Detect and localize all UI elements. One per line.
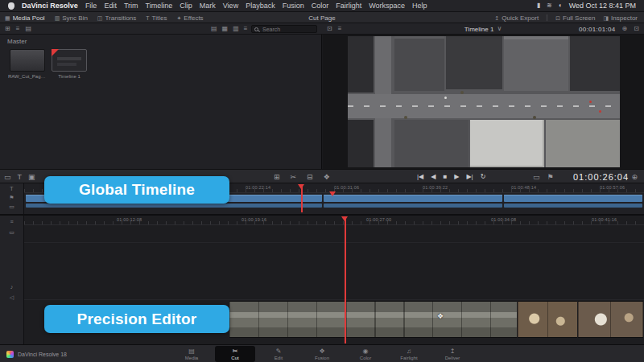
thumbnail-view-icon[interactable]: ▤ (25, 26, 31, 32)
clip-tools-overlay-icon[interactable]: ❖ (437, 312, 444, 320)
track-flag-icon[interactable]: ⚑ (9, 195, 14, 200)
menu-clip[interactable]: Clip (180, 2, 192, 10)
page-tab-edit[interactable]: ✎ Edit (258, 346, 299, 362)
menu-trim[interactable]: Trim (124, 2, 138, 10)
search-input[interactable] (261, 26, 314, 33)
menu-clock[interactable]: Wed Oct 12 8:41 PM (569, 2, 636, 10)
lower-list-icon[interactable]: ≡ (10, 219, 13, 224)
global-playhead-handle[interactable] (298, 184, 304, 189)
overlay-tools-icon[interactable]: ❖ (324, 174, 330, 181)
camera-icon[interactable]: ▣ (28, 174, 35, 181)
quick-export-icon: ↥ (494, 15, 499, 21)
audio-clip-segment[interactable] (504, 204, 642, 208)
full-screen-icon: ⊡ (555, 15, 560, 21)
viewer-video[interactable] (348, 36, 620, 167)
page-tab-cut[interactable]: ✂ Cut (215, 346, 255, 362)
audio-clip-segment[interactable] (324, 204, 502, 208)
precision-playhead[interactable] (345, 216, 346, 343)
filmstrip-clip-coffee-2[interactable] (578, 301, 643, 338)
step-back-button[interactable]: ◀ (431, 174, 436, 180)
precision-playhead-handle[interactable] (341, 216, 348, 221)
transitions-button[interactable]: ◫ Transitions (97, 14, 136, 22)
fusion-page-icon: ❖ (319, 348, 324, 355)
timeline-marker[interactable] (329, 191, 336, 196)
razor-icon[interactable]: ✂ (291, 174, 297, 181)
timeline-clip-segment[interactable] (324, 195, 502, 202)
clip-thumbnail[interactable] (10, 49, 45, 72)
viewer-zoom-icon[interactable]: ⊕ (622, 26, 628, 32)
menu-timeline[interactable]: Timeline (146, 2, 173, 10)
menu-help[interactable]: Help (412, 2, 427, 10)
menu-playback[interactable]: Playback (246, 2, 275, 10)
loop-button[interactable]: ↻ (481, 174, 486, 180)
play-button[interactable]: ▶ (454, 174, 459, 180)
control-center-icon[interactable]: ◐ (559, 2, 563, 9)
grid-view-icon[interactable]: ▦ (222, 26, 229, 32)
audio-clip-segment[interactable] (26, 204, 322, 208)
media-clip-card[interactable]: RAW_Cut_Page_Sh... (8, 49, 47, 79)
media-pool-button[interactable]: ▦ Media Pool (5, 14, 45, 22)
page-tab-deliver[interactable]: ↥ Deliver (432, 346, 473, 362)
audio-track-icon[interactable]: ♪ (10, 284, 14, 290)
ruler-tick: 01:00:57:06 (600, 185, 625, 190)
menu-app-name[interactable]: DaVinci Resolve (22, 2, 78, 10)
wifi-icon[interactable]: ≋ (547, 2, 552, 9)
full-screen-button[interactable]: ⊡ Full Screen (555, 14, 595, 22)
battery-icon[interactable]: ▮ (537, 2, 540, 9)
media-page-label: Media (185, 356, 198, 360)
page-tab-media[interactable]: ▤ Media (171, 346, 212, 362)
trim-icon[interactable]: ⊟ (307, 174, 313, 181)
sort-icon[interactable]: ≡ (244, 26, 248, 32)
timeline-clip-card[interactable]: Timeline 1 (50, 49, 89, 79)
snap-icon[interactable]: ▭ (533, 174, 540, 181)
timeline-clip-segment[interactable] (504, 195, 642, 202)
menu-view[interactable]: View (223, 2, 238, 10)
timeline-thumbnail[interactable] (52, 49, 87, 72)
marker-icon[interactable]: ⚑ (547, 174, 554, 181)
track-tool-icon[interactable]: ▭ (4, 174, 11, 181)
titles-button[interactable]: T Titles (146, 14, 167, 22)
page-tab-fairlight[interactable]: ♫ Fairlight (389, 346, 429, 362)
track-video-icon[interactable]: ▭ (9, 204, 14, 209)
sync-bin-label: Sync Bin (62, 14, 88, 22)
viewer-panel (323, 35, 644, 169)
track-text-icon[interactable]: T (10, 186, 13, 191)
menu-workspace[interactable]: Workspace (369, 2, 405, 10)
search-box[interactable] (251, 25, 317, 33)
metadata-view-icon[interactable]: ▤ (211, 26, 217, 32)
previous-clip-button[interactable]: |◀ (417, 174, 423, 180)
precision-ruler[interactable]: 01:00:12:08 01:00:19:16 01:00:27:00 01:0… (24, 216, 644, 225)
filmstrip-track[interactable]: ❖ (229, 301, 643, 338)
video-detail (446, 36, 502, 89)
menu-color[interactable]: Color (312, 2, 329, 10)
menu-fusion[interactable]: Fusion (283, 2, 304, 10)
strip-view-icon[interactable]: ▥ (233, 26, 239, 32)
filmstrip-clip-coffee-1[interactable] (518, 301, 577, 338)
timeline-timecode: 01:00:26:04 (573, 170, 629, 184)
bin-label[interactable]: Master (7, 38, 27, 45)
text-tool-icon[interactable]: T (18, 174, 23, 181)
stop-button[interactable]: ■ (443, 174, 447, 180)
chevron-down-icon: ∨ (497, 26, 502, 32)
quick-export-button[interactable]: ↥ Quick Export (494, 14, 539, 22)
viewer-expand-icon[interactable]: ⊡ (634, 26, 639, 32)
lower-video-track-icon[interactable]: ▭ (9, 229, 14, 235)
menu-edit[interactable]: Edit (104, 2, 117, 10)
effects-button[interactable]: ✦ Effects (176, 14, 203, 22)
timeline-zoom-icon[interactable]: ⊕ (631, 174, 638, 181)
inspector-button[interactable]: ◨ Inspector (603, 14, 638, 22)
menu-file[interactable]: File (85, 2, 97, 10)
list-view-icon[interactable]: ≡ (16, 26, 20, 32)
insert-icon[interactable]: ⊞ (274, 174, 280, 181)
filmstrip-clip-city[interactable] (229, 301, 517, 338)
global-audio-track[interactable] (26, 204, 642, 208)
apple-icon[interactable] (8, 2, 14, 10)
menu-fairlight[interactable]: Fairlight (336, 2, 361, 10)
add-bin-icon[interactable]: ⊞ (5, 26, 10, 32)
next-clip-button[interactable]: ▶| (466, 174, 473, 180)
sync-bin-button[interactable]: ▥ Sync Bin (55, 14, 88, 22)
page-tab-fusion[interactable]: ❖ Fusion (302, 346, 342, 362)
mute-icon[interactable]: ◁ (10, 294, 14, 300)
page-tab-color[interactable]: ◉ Color (345, 346, 386, 362)
menu-mark[interactable]: Mark (200, 2, 216, 10)
